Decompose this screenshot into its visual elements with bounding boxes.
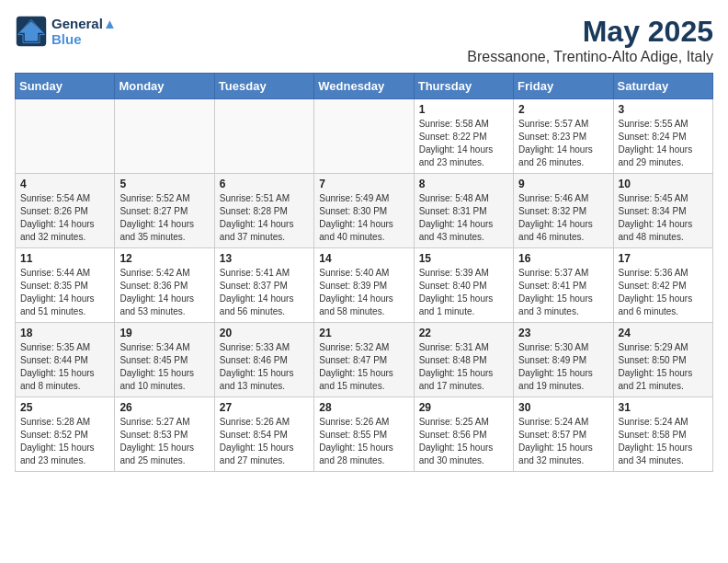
day-content: Sunrise: 5:26 AM Sunset: 8:55 PM Dayligh…: [319, 416, 408, 467]
header-saturday: Saturday: [613, 74, 712, 99]
day-content: Sunrise: 5:26 AM Sunset: 8:54 PM Dayligh…: [220, 416, 309, 467]
calendar-cell: 5Sunrise: 5:52 AM Sunset: 8:27 PM Daylig…: [115, 174, 214, 248]
calendar-table: SundayMondayTuesdayWednesdayThursdayFrid…: [15, 73, 713, 472]
calendar-cell: [16, 99, 115, 174]
calendar-header: SundayMondayTuesdayWednesdayThursdayFrid…: [16, 74, 713, 99]
header-monday: Monday: [115, 74, 214, 99]
day-number: 2: [518, 103, 608, 116]
calendar-cell: 18Sunrise: 5:35 AM Sunset: 8:44 PM Dayli…: [16, 323, 115, 397]
day-content: Sunrise: 5:29 AM Sunset: 8:50 PM Dayligh…: [619, 341, 708, 393]
day-number: 17: [619, 252, 708, 265]
calendar-cell: 28Sunrise: 5:26 AM Sunset: 8:55 PM Dayli…: [314, 397, 414, 472]
day-content: Sunrise: 5:27 AM Sunset: 8:53 PM Dayligh…: [119, 416, 209, 467]
calendar-cell: 9Sunrise: 5:46 AM Sunset: 8:32 PM Daylig…: [514, 174, 613, 248]
calendar-cell: 7Sunrise: 5:49 AM Sunset: 8:30 PM Daylig…: [314, 174, 414, 248]
week-row-0: 1Sunrise: 5:58 AM Sunset: 8:22 PM Daylig…: [16, 99, 713, 174]
day-number: 30: [518, 401, 608, 414]
calendar-cell: 16Sunrise: 5:37 AM Sunset: 8:41 PM Dayli…: [514, 248, 613, 323]
calendar-cell: 12Sunrise: 5:42 AM Sunset: 8:36 PM Dayli…: [115, 248, 214, 323]
page-header: General▲ Blue May 2025 Bressanone, Trent…: [15, 15, 713, 65]
day-content: Sunrise: 5:42 AM Sunset: 8:36 PM Dayligh…: [119, 267, 209, 318]
calendar-cell: [214, 99, 313, 174]
header-wednesday: Wednesday: [314, 74, 414, 99]
day-number: 14: [319, 252, 408, 265]
day-content: Sunrise: 5:54 AM Sunset: 8:26 PM Dayligh…: [20, 192, 109, 244]
calendar-cell: 8Sunrise: 5:48 AM Sunset: 8:31 PM Daylig…: [414, 174, 513, 248]
week-row-1: 4Sunrise: 5:54 AM Sunset: 8:26 PM Daylig…: [16, 174, 713, 248]
day-content: Sunrise: 5:41 AM Sunset: 8:37 PM Dayligh…: [220, 267, 309, 318]
week-row-4: 25Sunrise: 5:28 AM Sunset: 8:52 PM Dayli…: [16, 397, 713, 472]
logo: General▲ Blue: [15, 15, 117, 48]
day-content: Sunrise: 5:37 AM Sunset: 8:41 PM Dayligh…: [518, 267, 608, 318]
day-content: Sunrise: 5:51 AM Sunset: 8:28 PM Dayligh…: [220, 192, 309, 244]
day-number: 8: [419, 178, 508, 190]
day-content: Sunrise: 5:24 AM Sunset: 8:58 PM Dayligh…: [619, 416, 708, 467]
header-friday: Friday: [514, 74, 613, 99]
day-number: 1: [419, 103, 508, 116]
day-content: Sunrise: 5:49 AM Sunset: 8:30 PM Dayligh…: [319, 192, 408, 244]
calendar-cell: 23Sunrise: 5:30 AM Sunset: 8:49 PM Dayli…: [514, 323, 613, 397]
calendar-cell: 25Sunrise: 5:28 AM Sunset: 8:52 PM Dayli…: [16, 397, 115, 472]
week-row-2: 11Sunrise: 5:44 AM Sunset: 8:35 PM Dayli…: [16, 248, 713, 323]
day-content: Sunrise: 5:36 AM Sunset: 8:42 PM Dayligh…: [619, 267, 708, 318]
day-number: 25: [20, 401, 109, 414]
month-year: May 2025: [467, 15, 713, 49]
day-number: 6: [220, 178, 309, 190]
calendar-cell: 4Sunrise: 5:54 AM Sunset: 8:26 PM Daylig…: [16, 174, 115, 248]
day-content: Sunrise: 5:33 AM Sunset: 8:46 PM Dayligh…: [220, 341, 309, 393]
title-block: May 2025 Bressanone, Trentino-Alto Adige…: [467, 15, 713, 65]
day-content: Sunrise: 5:58 AM Sunset: 8:22 PM Dayligh…: [419, 118, 508, 169]
calendar-cell: 14Sunrise: 5:40 AM Sunset: 8:39 PM Dayli…: [314, 248, 414, 323]
calendar-cell: 29Sunrise: 5:25 AM Sunset: 8:56 PM Dayli…: [414, 397, 513, 472]
calendar-cell: 30Sunrise: 5:24 AM Sunset: 8:57 PM Dayli…: [514, 397, 613, 472]
day-number: 4: [20, 178, 109, 190]
day-number: 5: [119, 178, 209, 190]
day-number: 19: [119, 327, 209, 339]
day-number: 26: [119, 401, 209, 414]
logo-text: General▲ Blue: [51, 16, 117, 47]
day-number: 16: [518, 252, 608, 265]
day-number: 12: [119, 252, 209, 265]
day-content: Sunrise: 5:40 AM Sunset: 8:39 PM Dayligh…: [319, 267, 408, 318]
day-number: 9: [518, 178, 608, 190]
calendar-cell: 13Sunrise: 5:41 AM Sunset: 8:37 PM Dayli…: [214, 248, 313, 323]
header-sunday: Sunday: [16, 74, 115, 99]
calendar-cell: [314, 99, 414, 174]
day-content: Sunrise: 5:55 AM Sunset: 8:24 PM Dayligh…: [619, 118, 708, 169]
day-content: Sunrise: 5:45 AM Sunset: 8:34 PM Dayligh…: [619, 192, 708, 244]
calendar-cell: 1Sunrise: 5:58 AM Sunset: 8:22 PM Daylig…: [414, 99, 513, 174]
day-number: 13: [220, 252, 309, 265]
calendar-cell: 21Sunrise: 5:32 AM Sunset: 8:47 PM Dayli…: [314, 323, 414, 397]
day-content: Sunrise: 5:24 AM Sunset: 8:57 PM Dayligh…: [518, 416, 608, 467]
calendar-cell: 19Sunrise: 5:34 AM Sunset: 8:45 PM Dayli…: [115, 323, 214, 397]
day-number: 21: [319, 327, 408, 339]
day-content: Sunrise: 5:30 AM Sunset: 8:49 PM Dayligh…: [518, 341, 608, 393]
day-number: 22: [419, 327, 508, 339]
day-content: Sunrise: 5:52 AM Sunset: 8:27 PM Dayligh…: [119, 192, 209, 244]
day-number: 7: [319, 178, 408, 190]
calendar-cell: 24Sunrise: 5:29 AM Sunset: 8:50 PM Dayli…: [613, 323, 712, 397]
day-content: Sunrise: 5:25 AM Sunset: 8:56 PM Dayligh…: [419, 416, 508, 467]
day-content: Sunrise: 5:48 AM Sunset: 8:31 PM Dayligh…: [419, 192, 508, 244]
calendar-cell: 27Sunrise: 5:26 AM Sunset: 8:54 PM Dayli…: [214, 397, 313, 472]
location: Bressanone, Trentino-Alto Adige, Italy: [467, 49, 713, 65]
day-content: Sunrise: 5:57 AM Sunset: 8:23 PM Dayligh…: [518, 118, 608, 169]
day-content: Sunrise: 5:39 AM Sunset: 8:40 PM Dayligh…: [419, 267, 508, 318]
day-number: 11: [20, 252, 109, 265]
day-number: 24: [619, 327, 708, 339]
calendar-cell: 10Sunrise: 5:45 AM Sunset: 8:34 PM Dayli…: [613, 174, 712, 248]
calendar-cell: 26Sunrise: 5:27 AM Sunset: 8:53 PM Dayli…: [115, 397, 214, 472]
day-content: Sunrise: 5:32 AM Sunset: 8:47 PM Dayligh…: [319, 341, 408, 393]
logo-icon: [15, 15, 48, 48]
day-number: 10: [619, 178, 708, 190]
day-number: 23: [518, 327, 608, 339]
day-content: Sunrise: 5:31 AM Sunset: 8:48 PM Dayligh…: [419, 341, 508, 393]
day-content: Sunrise: 5:28 AM Sunset: 8:52 PM Dayligh…: [20, 416, 109, 467]
day-content: Sunrise: 5:46 AM Sunset: 8:32 PM Dayligh…: [518, 192, 608, 244]
calendar-cell: 31Sunrise: 5:24 AM Sunset: 8:58 PM Dayli…: [613, 397, 712, 472]
header-tuesday: Tuesday: [214, 74, 313, 99]
day-number: 20: [220, 327, 309, 339]
calendar-cell: 22Sunrise: 5:31 AM Sunset: 8:48 PM Dayli…: [414, 323, 513, 397]
day-content: Sunrise: 5:44 AM Sunset: 8:35 PM Dayligh…: [20, 267, 109, 318]
day-content: Sunrise: 5:35 AM Sunset: 8:44 PM Dayligh…: [20, 341, 109, 393]
